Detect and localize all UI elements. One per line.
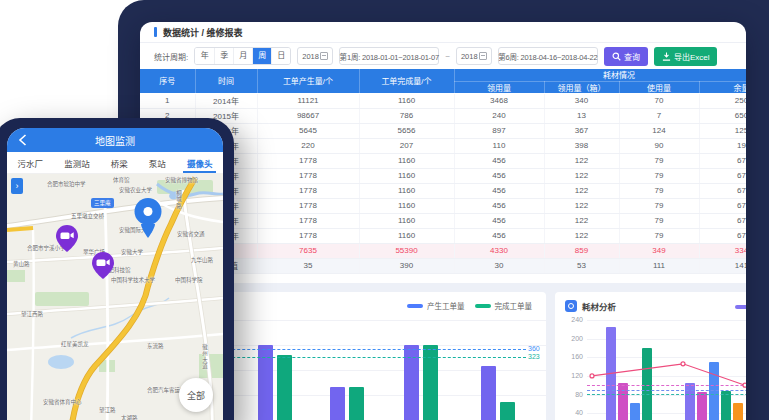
- segment-quarter[interactable]: 季: [214, 48, 233, 64]
- week-from-input[interactable]: 第1周: 2018-01-01~2018-01-07: [339, 47, 439, 65]
- legend-mark: [475, 304, 491, 308]
- chart-bar: [330, 387, 345, 420]
- y-axis-tick: 40: [561, 409, 583, 416]
- week-to-value: 第6周: 2018-04-16~2018-04-22: [498, 51, 597, 62]
- phone-mockup: 地图监测 污水厂 监测站 桥梁 泵站 摄像头: [0, 118, 234, 420]
- segment-year[interactable]: 年: [195, 48, 214, 64]
- cell: 390: [359, 258, 454, 273]
- filter-toolbar: 统计周期: 年 季 月 周 日 2018 第1周: 2018-01-01~201…: [140, 43, 746, 69]
- cell: 1160: [359, 228, 454, 243]
- y-axis-tick: 80: [561, 391, 583, 398]
- map-label: 桐城路: [175, 190, 183, 210]
- cell: 1160: [359, 213, 454, 228]
- y-axis-tick: 160: [561, 353, 583, 360]
- tab-bridge[interactable]: 桥梁: [111, 152, 128, 173]
- col-completed: 工单完成量/个: [359, 69, 454, 93]
- cell: 11121: [257, 93, 359, 108]
- cell: 240: [454, 108, 544, 123]
- cell: 7: [619, 108, 699, 123]
- col-sub-1: 领用量（箱）: [544, 81, 619, 93]
- cell: 1778: [257, 183, 359, 198]
- map-label: 安徽省体育中心: [43, 398, 82, 406]
- calendar-icon: [479, 52, 487, 60]
- week-from-value: 第1周: 2018-01-01~2018-01-07: [340, 51, 439, 62]
- reference-label: 360: [528, 345, 540, 352]
- cell: 122: [544, 183, 619, 198]
- query-button[interactable]: 查询: [604, 47, 648, 66]
- table-row: 22015年98667786240137650: [140, 108, 746, 123]
- app-header: 地图监测: [7, 128, 223, 152]
- year-to-select[interactable]: 2018: [456, 47, 492, 65]
- camera-pin-icon[interactable]: [92, 252, 114, 283]
- cell: 122: [544, 168, 619, 183]
- cell: 250: [699, 93, 746, 108]
- back-button[interactable]: [15, 133, 29, 147]
- selected-location-marker[interactable]: [133, 197, 163, 243]
- cell: 67: [699, 228, 746, 243]
- cell: 5645: [257, 123, 359, 138]
- period-label: 统计周期:: [154, 51, 188, 62]
- expand-button[interactable]: ›: [11, 178, 23, 194]
- breadcrumb: 数据统计 / 维修报表: [140, 22, 746, 43]
- show-all-button[interactable]: 全部: [179, 378, 213, 412]
- cell: 786: [359, 108, 454, 123]
- legend-item-created[interactable]: 产生工单量: [407, 300, 465, 311]
- export-excel-button[interactable]: 导出Excel: [654, 47, 718, 66]
- cell: 2014年: [195, 93, 257, 108]
- col-group-consumables: 耗材情况: [454, 69, 746, 81]
- tab-camera[interactable]: 摄像头: [187, 152, 213, 173]
- legend-item-completed[interactable]: 完成工单量: [475, 300, 533, 311]
- cell: 79: [619, 183, 699, 198]
- segment-month[interactable]: 月: [233, 48, 252, 64]
- cell: 35: [257, 258, 359, 273]
- map-label: 太湖路: [121, 414, 138, 420]
- segment-week[interactable]: 周: [252, 48, 271, 64]
- map-view[interactable]: 合肥市琥珀中学体育馆安徽农业大学安徽省博物馆桐城路五里墩立交桥安徽国际大厦安徽省…: [7, 174, 223, 420]
- legend-mark-clipped: [735, 305, 746, 309]
- cell: 79: [619, 228, 699, 243]
- cell: 110: [454, 138, 544, 153]
- map-label: 望江路: [99, 406, 116, 414]
- download-icon: [662, 52, 671, 61]
- tab-monitor-station[interactable]: 监测站: [64, 152, 90, 173]
- chart-header: 耗材分析: [565, 300, 616, 312]
- cell: 122: [544, 198, 619, 213]
- chart-bar: [642, 348, 652, 420]
- bullseye-icon: [565, 300, 577, 312]
- camera-pin-icon[interactable]: [56, 225, 78, 256]
- legend-label: 产生工单量: [427, 300, 465, 311]
- cell: 79: [619, 153, 699, 168]
- cell: 220: [257, 138, 359, 153]
- cell: 30: [454, 258, 544, 273]
- query-label: 查询: [624, 51, 640, 62]
- map-label: 安徽省交通: [177, 230, 205, 238]
- year-from-select[interactable]: 2018: [297, 47, 333, 65]
- cell: 1160: [359, 93, 454, 108]
- cell: 5656: [359, 123, 454, 138]
- map-label: 九华山路: [191, 256, 213, 264]
- chart-bar: [685, 383, 695, 420]
- map-label: 东流路: [147, 342, 164, 350]
- col-sub-0: 领用量: [454, 81, 544, 93]
- segment-day[interactable]: 日: [271, 48, 290, 64]
- cell: 349: [619, 243, 699, 258]
- chart-bar: [277, 355, 292, 420]
- cell: 1160: [359, 183, 454, 198]
- y-axis-tick: 120: [561, 372, 583, 379]
- page-title: 数据统计 / 维修报表: [163, 26, 243, 39]
- tab-sewage-plant[interactable]: 污水厂: [18, 152, 44, 173]
- cell: 1778: [257, 168, 359, 183]
- road-badge: 三里庵: [91, 198, 114, 208]
- map-label: 中国科学技术大学: [111, 276, 155, 284]
- accent-bar: [154, 27, 157, 37]
- map-label: 安徽省博物馆: [165, 176, 198, 184]
- chart-legend: 产生工单量 完成工单量: [407, 300, 532, 311]
- tab-pump-station[interactable]: 泵站: [149, 152, 166, 173]
- week-to-input[interactable]: 第6周: 2018-04-16~2018-04-22: [498, 47, 598, 65]
- legend-label: 完成工单量: [495, 300, 533, 311]
- phone-screen: 地图监测 污水厂 监测站 桥梁 泵站 摄像头: [7, 128, 223, 420]
- chart-bar: [630, 403, 640, 420]
- chart-bar: [500, 402, 515, 420]
- map-label: 安徽农业大学: [119, 186, 152, 194]
- period-segmented-control: 年 季 月 周 日: [194, 47, 291, 65]
